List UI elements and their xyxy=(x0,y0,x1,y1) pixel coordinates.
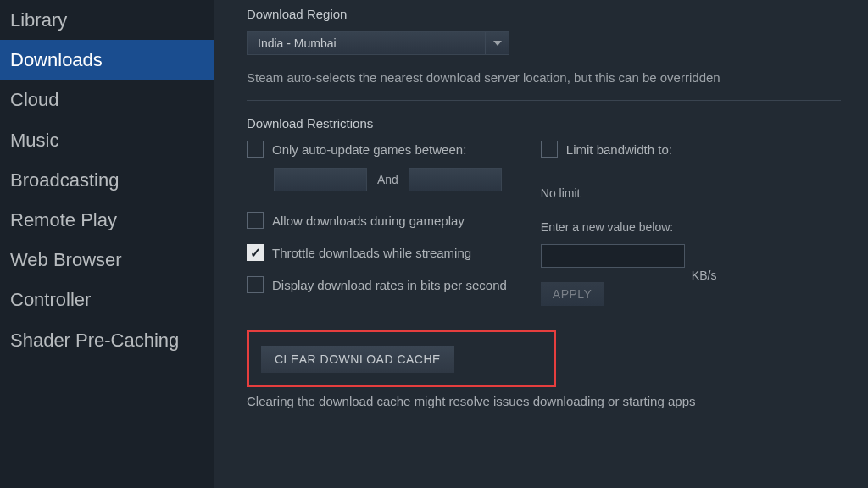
throttle-checkbox[interactable] xyxy=(247,244,264,261)
auto-update-checkbox[interactable] xyxy=(247,141,264,158)
apply-button[interactable]: APPLY xyxy=(541,282,604,306)
download-restrictions-title: Download Restrictions xyxy=(247,116,841,130)
limit-bandwidth-checkbox[interactable] xyxy=(541,141,558,158)
settings-sidebar: Library Downloads Cloud Music Broadcasti… xyxy=(0,0,214,488)
sidebar-item-broadcasting[interactable]: Broadcasting xyxy=(0,160,214,200)
sidebar-item-remote-play[interactable]: Remote Play xyxy=(0,200,214,240)
and-label: And xyxy=(377,173,398,186)
download-region-value: India - Mumbai xyxy=(248,32,485,54)
time-end-dropdown[interactable] xyxy=(409,168,502,191)
display-bits-checkbox[interactable] xyxy=(247,276,264,293)
section-divider xyxy=(247,100,841,101)
display-bits-label: Display download rates in bits per secon… xyxy=(272,278,507,292)
sidebar-item-music[interactable]: Music xyxy=(0,120,214,160)
allow-gameplay-checkbox[interactable] xyxy=(247,212,264,229)
clear-cache-highlight: CLEAR DOWNLOAD CACHE xyxy=(247,330,556,387)
dropdown-arrow-icon xyxy=(485,32,509,54)
sidebar-item-web-browser[interactable]: Web Browser xyxy=(0,240,214,280)
limit-bandwidth-label: Limit bandwidth to: xyxy=(566,142,672,157)
sidebar-item-shader-precaching[interactable]: Shader Pre-Caching xyxy=(0,320,214,360)
bandwidth-input[interactable] xyxy=(541,244,685,268)
throttle-label: Throttle downloads while streaming xyxy=(272,246,471,260)
clear-download-cache-button[interactable]: CLEAR DOWNLOAD CACHE xyxy=(261,346,454,373)
no-limit-label: No limit xyxy=(541,186,717,200)
enter-value-label: Enter a new value below: xyxy=(541,220,717,234)
clear-cache-desc: Clearing the download cache might resolv… xyxy=(247,394,841,408)
time-start-dropdown[interactable] xyxy=(274,168,367,191)
allow-gameplay-label: Allow downloads during gameplay xyxy=(272,214,465,228)
sidebar-item-controller[interactable]: Controller xyxy=(0,280,214,319)
sidebar-item-downloads[interactable]: Downloads xyxy=(0,40,214,80)
download-region-title: Download Region xyxy=(247,7,841,21)
sidebar-item-library[interactable]: Library xyxy=(0,0,214,40)
sidebar-item-cloud[interactable]: Cloud xyxy=(0,80,214,119)
auto-update-label: Only auto-update games between: xyxy=(272,142,466,157)
download-region-dropdown[interactable]: India - Mumbai xyxy=(247,31,509,55)
download-region-desc: Steam auto-selects the nearest download … xyxy=(247,69,841,86)
kbs-label: KB/s xyxy=(692,269,717,282)
settings-main: Download Region India - Mumbai Steam aut… xyxy=(214,0,868,488)
